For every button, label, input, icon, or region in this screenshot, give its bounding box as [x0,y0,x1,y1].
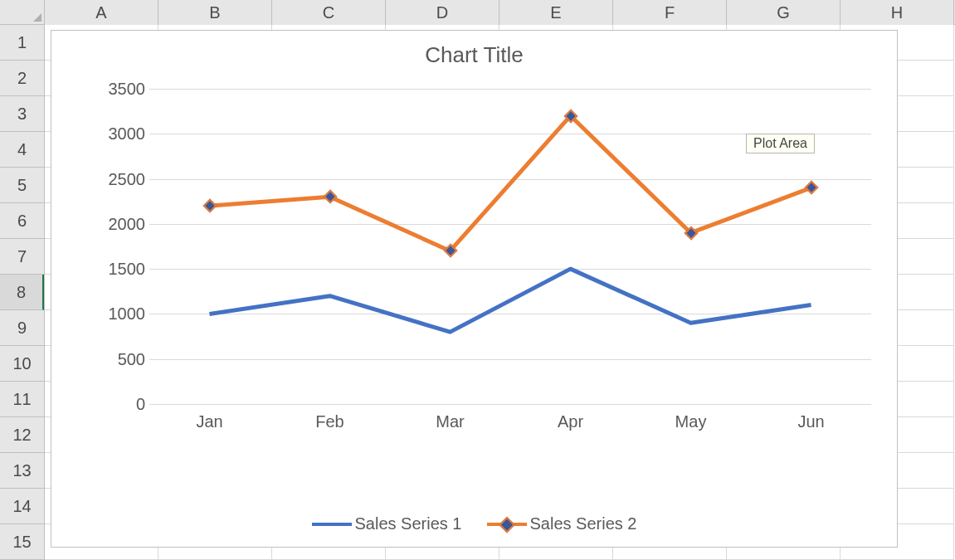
column-header-f[interactable]: F [613,0,727,25]
column-header-g[interactable]: G [727,0,840,25]
select-all-corner[interactable] [0,0,45,25]
row-header-10[interactable]: 10 [0,346,44,382]
chart-legend[interactable]: Sales Series 1 Sales Series 2 [51,514,897,533]
column-header-row: A B C D E F G H [0,0,955,25]
row-header-9[interactable]: 9 [0,310,44,346]
gridline [149,359,871,360]
y-tick-label: 0 [66,395,145,414]
gridline [149,314,871,314]
row-header-1[interactable]: 1 [0,25,44,61]
row-header-6[interactable]: 6 [0,203,44,239]
series-line-1[interactable] [210,269,811,332]
column-header-a[interactable]: A [45,0,158,25]
row-header-4[interactable]: 4 [0,132,44,168]
legend-item-series-2[interactable]: Sales Series 2 [487,514,637,533]
gridline [149,179,871,180]
row-header-column: 123456789101112131415 [0,25,45,560]
x-tick-label: May [658,412,724,431]
legend-label-series-2: Sales Series 2 [530,514,637,533]
x-tick-label: Mar [417,412,484,431]
series-marker[interactable] [202,199,217,213]
row-header-12[interactable]: 12 [0,417,44,453]
chart-object[interactable]: Chart Title 0500100015002000250030003500… [51,30,898,548]
series-marker[interactable] [804,181,818,195]
legend-item-series-1[interactable]: Sales Series 1 [312,514,462,533]
legend-swatch-series-1 [312,523,352,526]
y-tick-label: 2000 [66,214,145,233]
y-tick-label: 3500 [66,80,145,99]
row-header-3[interactable]: 3 [0,96,44,132]
series-marker[interactable] [323,190,337,204]
row-header-8[interactable]: 8 [0,275,44,310]
gridline [149,404,871,405]
plot-area-tooltip: Plot Area [746,134,815,153]
legend-swatch-series-2 [487,523,527,526]
row-header-2[interactable]: 2 [0,61,44,96]
row-header-5[interactable]: 5 [0,168,44,203]
column-header-b[interactable]: B [158,0,272,25]
gridline [149,89,871,90]
column-header-c[interactable]: C [272,0,386,25]
series-marker[interactable] [443,244,457,258]
column-header-e[interactable]: E [499,0,613,25]
y-tick-label: 1000 [66,304,145,324]
y-tick-label: 500 [66,349,145,368]
series-marker[interactable] [563,109,577,123]
gridline [149,269,871,270]
row-header-11[interactable]: 11 [0,382,44,417]
row-header-14[interactable]: 14 [0,489,44,524]
x-tick-label: Jan [177,412,243,431]
x-tick-label: Apr [538,412,604,431]
gridline [149,224,871,225]
x-axis: JanFebMarAprMayJun [149,412,871,441]
row-header-13[interactable]: 13 [0,453,44,489]
column-header-h[interactable]: H [840,0,954,25]
row-header-7[interactable]: 7 [0,239,44,275]
chart-title[interactable]: Chart Title [51,42,897,72]
y-tick-label: 1500 [66,260,145,279]
series-marker[interactable] [684,226,698,240]
y-tick-label: 2500 [66,169,145,188]
row-header-15[interactable]: 15 [0,524,44,560]
x-tick-label: Feb [297,412,363,431]
column-header-d[interactable]: D [386,0,499,25]
x-tick-label: Jun [778,412,845,431]
spreadsheet: A B C D E F G H 123456789101112131415 Ch… [0,0,955,560]
series-line-2[interactable] [210,116,811,251]
legend-label-series-1: Sales Series 1 [355,514,462,533]
y-tick-label: 3000 [66,124,145,144]
